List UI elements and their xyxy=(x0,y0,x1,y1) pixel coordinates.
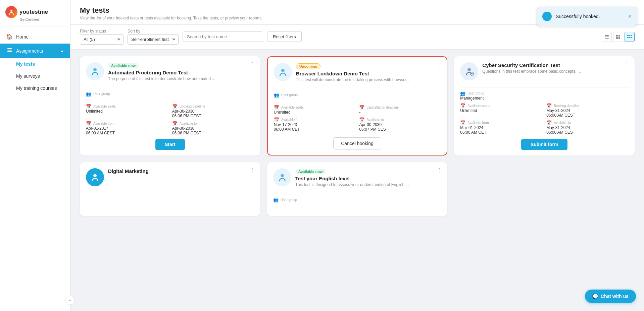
svg-point-24 xyxy=(281,174,284,177)
meta-cancellation-lockdown: 📅Cancellation deadline - xyxy=(359,105,441,115)
cancel-booking-button[interactable]: Cancel booking xyxy=(333,137,381,149)
card-title-cyber: Cyber Security Certification Test xyxy=(482,62,629,68)
card-meta-automated: 👥User group - 📅Available seats Unlimited… xyxy=(86,91,254,135)
meta-avail-to-lockdown: 📅Available to Apr-30-203006:07 PM CEST xyxy=(359,117,441,132)
svg-rect-11 xyxy=(627,35,629,36)
svg-rect-12 xyxy=(629,35,630,36)
svg-rect-15 xyxy=(629,37,630,38)
card-badge-lockdown: Upcoming xyxy=(296,63,321,69)
usergroup-icon-english: 👥 xyxy=(273,197,279,202)
logo-text: youtestme xyxy=(19,9,48,15)
card-badge-english: Available now xyxy=(295,169,326,174)
logo-icon xyxy=(5,6,17,18)
card-menu-lockdown[interactable]: ⋮ xyxy=(436,62,442,69)
card-menu-automated[interactable]: ⋮ xyxy=(250,61,256,68)
sidebar-item-my-training[interactable]: My training courses xyxy=(0,82,70,94)
card-header-automated: Available now Automated Proctoring Demo … xyxy=(86,62,254,81)
status-filter-group: Filter by status All (5) xyxy=(80,29,123,45)
svg-point-17 xyxy=(93,68,97,71)
card-avatar-english xyxy=(273,168,291,186)
card-meta-cyber: 👥User group Management 📅Available seats … xyxy=(460,91,629,135)
logo: youtestme xyxy=(5,6,48,18)
seats-icon-cyber: 📅 xyxy=(460,103,465,108)
logo-area: youtestme GetCertified xyxy=(0,0,70,26)
card-footer-automated: Start xyxy=(86,139,254,150)
submit-form-button-cyber[interactable]: Submit form xyxy=(521,139,567,150)
meta-seats-lockdown: 📅Available seats Unlimited xyxy=(274,105,355,115)
usergroup-icon-lockdown: 👥 xyxy=(274,92,279,98)
view-grid3-button[interactable] xyxy=(625,32,635,42)
card-title-lockdown: Browser Lockdown Demo Test xyxy=(296,71,441,76)
sidebar-item-my-surveys[interactable]: My surveys xyxy=(0,70,70,82)
sidebar-item-assignments[interactable]: Assignments ▲ xyxy=(0,44,70,58)
deadline-icon-cyber: 📅 xyxy=(546,103,552,108)
usergroup-icon-cyber: 👥 xyxy=(460,91,465,96)
card-title-english: Test your English level xyxy=(295,176,442,181)
avail-from-icon-cyber: 📅 xyxy=(460,120,465,125)
svg-rect-10 xyxy=(618,37,620,39)
status-filter-select[interactable]: All (5) xyxy=(80,34,123,45)
notification-icon: i xyxy=(542,12,552,21)
search-input[interactable] xyxy=(183,32,263,42)
status-filter-label: Filter by status xyxy=(80,29,123,34)
view-grid2-button[interactable] xyxy=(613,32,623,42)
sidebar-subnav-label-my-tests: My tests xyxy=(16,61,35,67)
sort-filter-label: Sort by xyxy=(128,29,179,34)
sidebar-item-my-tests[interactable]: My tests xyxy=(0,58,70,70)
chat-button[interactable]: 💬 Chat with us xyxy=(585,290,636,303)
svg-rect-13 xyxy=(631,35,632,36)
card-title-area-marketing: Digital Marketing xyxy=(108,168,254,174)
svg-rect-6 xyxy=(605,38,609,39)
sidebar-item-home[interactable]: 🏠 Home xyxy=(0,30,70,44)
card-title-area-lockdown: Upcoming Browser Lockdown Demo Test This… xyxy=(296,63,441,82)
svg-rect-22 xyxy=(472,73,472,73)
card-header-cyber: Cyber Security Certification Test Questi… xyxy=(460,62,629,80)
sidebar-collapse-button[interactable]: « xyxy=(65,296,75,305)
card-avatar-lockdown xyxy=(274,63,292,81)
seats-icon-lockdown: 📅 xyxy=(274,105,279,110)
card-avatar-marketing xyxy=(86,168,104,186)
meta-avail-from-automated: 📅Available from Apr-01-201706:00 AM CEST xyxy=(86,121,168,135)
meta-usergroup-english: 👥User group - xyxy=(273,197,442,207)
test-card-english: ⋮ Available now Test your English level … xyxy=(267,162,448,216)
svg-rect-14 xyxy=(627,37,629,38)
card-badge-automated: Available now xyxy=(108,63,139,68)
start-button-automated[interactable]: Start xyxy=(155,139,185,150)
sort-filter-select[interactable]: Self-enrollment first xyxy=(128,34,179,45)
main-content: My tests View the list of your booked te… xyxy=(70,0,644,311)
svg-rect-4 xyxy=(605,35,609,36)
usergroup-icon-automated: 👥 xyxy=(86,91,91,97)
meta-usergroup-cyber: 👥User group Management xyxy=(460,91,629,101)
avail-from-icon-lockdown: 📅 xyxy=(274,117,279,122)
meta-avail-from-cyber: 📅Available from Mar-01-202406:00 AM CET xyxy=(460,120,542,135)
sidebar: youtestme GetCertified 🏠 Home Assignment… xyxy=(0,0,70,311)
card-menu-cyber[interactable]: ⋮ xyxy=(624,61,630,68)
card-desc-lockdown: This test will demonstrate the test-taki… xyxy=(296,77,441,82)
notification-close-button[interactable]: × xyxy=(628,13,632,20)
svg-rect-9 xyxy=(616,37,618,39)
card-title-marketing: Digital Marketing xyxy=(108,168,254,174)
notification-banner: i Successfully booked. × xyxy=(537,7,637,26)
sidebar-nav: 🏠 Home Assignments ▲ My tests My surveys… xyxy=(0,26,70,311)
logo-subtitle: GetCertified xyxy=(19,17,39,21)
card-menu-marketing[interactable]: ⋮ xyxy=(250,167,256,174)
filter-bar: Filter by status All (5) Sort by Self-en… xyxy=(70,25,644,50)
avail-from-icon-automated: 📅 xyxy=(86,121,91,126)
test-card-automated-proctoring: ⋮ Available now Automated Proctoring Dem… xyxy=(80,56,260,156)
card-desc-automated: The purpose of this test is to demonstra… xyxy=(108,76,254,81)
card-footer-cyber: Submit form xyxy=(460,139,629,150)
meta-avail-from-lockdown: 📅Available from Nov-17-202306:00 AM CET xyxy=(274,117,355,132)
svg-point-19 xyxy=(467,68,471,71)
card-menu-english[interactable]: ⋮ xyxy=(437,167,443,174)
svg-rect-1 xyxy=(7,48,12,49)
cancel-icon-lockdown: 📅 xyxy=(359,105,364,110)
sidebar-subnav-label-my-training: My training courses xyxy=(16,85,57,91)
assignments-icon xyxy=(6,47,13,54)
view-list-button[interactable] xyxy=(602,32,612,42)
test-card-browser-lockdown: ⋮ Upcoming Browser Lockdown Demo Test Th… xyxy=(267,56,448,156)
card-meta-english: 👥User group - xyxy=(273,197,442,207)
card-avatar-cyber xyxy=(460,62,478,80)
avail-to-icon-lockdown: 📅 xyxy=(359,117,364,122)
test-card-cyber-security: ⋮ Cyber Security Certification Test Ques… xyxy=(454,56,635,156)
reset-filters-button[interactable]: Reset filters xyxy=(267,32,302,42)
